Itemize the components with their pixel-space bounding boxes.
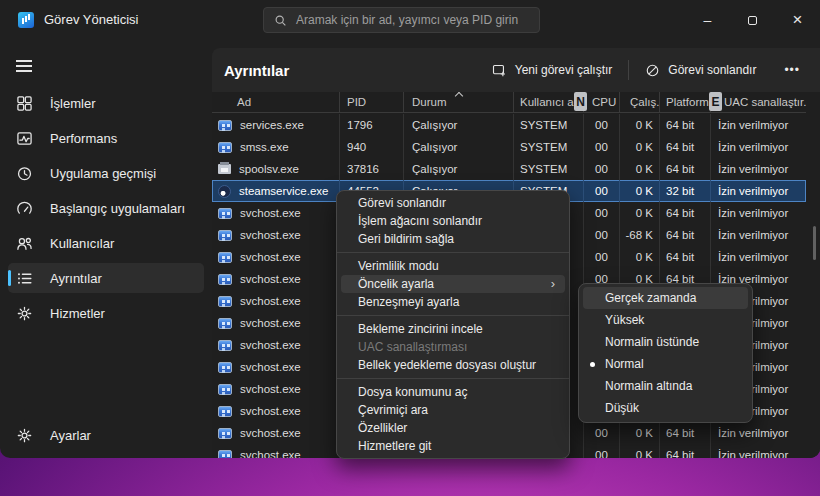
window-app-icon [218, 296, 232, 307]
sidebar-item-label: Ayrıntılar [50, 271, 102, 286]
menu-item-label: Görevi sonlandır [358, 196, 446, 210]
cell-memory: 0 K [620, 180, 660, 202]
sidebar-item-ba-lang-uygulamalar-[interactable]: Başlangıç uygulamaları [8, 193, 204, 223]
sidebar-item-ayr-nt-lar[interactable]: Ayrıntılar [8, 263, 204, 293]
close-button[interactable]: × [775, 0, 820, 40]
process-name: svchost.exe [240, 356, 301, 378]
window-app-icon [218, 120, 232, 131]
minimize-icon: – [704, 12, 712, 28]
window-app-icon [218, 318, 232, 329]
maximize-button[interactable] [730, 0, 775, 40]
column-header-0[interactable]: Ad [212, 92, 340, 112]
menu-item-bellek-yedekleme-dosyas-olu-tur[interactable]: Bellek yedekleme dosyası oluştur [337, 356, 569, 374]
sidebar-item-uygulama-ge-mi-i[interactable]: Uygulama geçmişi [8, 158, 204, 188]
cell-cpu: 00 [584, 246, 620, 268]
menu-toggle-button[interactable] [8, 52, 40, 80]
table-row[interactable]: spoolsv.exe37816ÇalışıyorSYSTEM000 K64 b… [212, 158, 806, 180]
vertical-scrollbar[interactable] [813, 226, 816, 260]
window-app-icon [218, 406, 232, 417]
cell-uac: İzin verilmiyor [711, 180, 806, 202]
desktop-wallpaper: Görev Yöneticisi Aramak için bir ad, yay… [0, 0, 820, 496]
menu-item-i-lem-a-ac-n-sonland-r[interactable]: İşlem ağacını sonlandır [337, 212, 569, 230]
cell-pid: 37816 [340, 158, 404, 180]
menu-item-label: Verimlilik modu [358, 259, 439, 273]
sidebar-item-hizmetler[interactable]: Hizmetler [8, 298, 204, 328]
menu-item-ger-ek-zamanda[interactable]: Gerçek zamanda [583, 287, 748, 309]
process-name: services.exe [240, 114, 304, 136]
menu-item--evrimi-i-ara[interactable]: Çevrimiçi ara [337, 401, 569, 419]
menu-item-normalin-st-nde[interactable]: Normalin üstünde [579, 331, 752, 353]
hamburger-icon [16, 60, 32, 72]
cell-memory: 0 K [620, 444, 660, 458]
cell-memory: 0 K [620, 158, 660, 180]
menu-item-label: Bekleme zincirini incele [358, 322, 483, 336]
menu-item-verimlilik-modu[interactable]: Verimlilik modu [337, 257, 569, 275]
menu-item-label: UAC sanallaştırması [358, 340, 467, 354]
menu-item-bekleme-zincirini-incele[interactable]: Bekleme zincirini incele [337, 320, 569, 338]
search-input[interactable]: Aramak için bir ad, yayımcı veya PID gir… [263, 7, 540, 33]
toolbar: Yeni görevi çalıştır Görevi sonlandır ••… [482, 48, 812, 92]
menu-item-normalin-alt-nda[interactable]: Normalin altında [579, 375, 752, 397]
services-icon [16, 305, 33, 322]
table-row[interactable]: smss.exe940ÇalışıyorSYSTEM000 K64 bitİzi… [212, 136, 806, 158]
task-manager-logo-icon [18, 12, 34, 28]
menu-item-label: Normal [605, 357, 644, 371]
menu-item-g-revi-sonland-r[interactable]: Görevi sonlandır [337, 194, 569, 212]
menu-item-label: Düşük [605, 401, 639, 415]
cell-uac: İzin verilmiyor [711, 114, 806, 136]
process-name: svchost.exe [240, 202, 301, 224]
window-title: Görev Yöneticisi [44, 0, 138, 40]
cell-uac: İzin verilmiyor [711, 202, 806, 224]
window-app-icon [218, 384, 232, 395]
cell-memory: 0 K [620, 246, 660, 268]
search-placeholder: Aramak için bir ad, yayımcı veya PID gir… [296, 13, 518, 27]
menu-item-label: Normalin üstünde [605, 335, 699, 349]
cell-user: SYSTEM [514, 158, 584, 180]
menu-item-label: İşlem ağacını sonlandır [358, 214, 482, 228]
process-name: smss.exe [240, 136, 289, 158]
menu-item-d-k[interactable]: Düşük [579, 397, 752, 419]
cell-name: svchost.exe [212, 356, 340, 378]
menu-item-dosya-konumunu-a-[interactable]: Dosya konumunu aç [337, 383, 569, 401]
column-header-6[interactable]: Platform [660, 92, 711, 112]
menu-item-geri-bildirim-sa-la[interactable]: Geri bildirim sağla [337, 230, 569, 248]
sidebar-item-performans[interactable]: Performans [8, 123, 204, 153]
menu-item-label: Öncelik ayarla [358, 277, 434, 291]
more-options-button[interactable]: ••• [772, 57, 812, 83]
menu-separator [337, 252, 569, 253]
cell-memory: -68 K [620, 224, 660, 246]
column-header-1[interactable]: PID [340, 92, 404, 112]
priority-submenu: Gerçek zamandaYüksekNormalin üstündeNorm… [578, 283, 753, 423]
sidebar-item-kullan-c-lar[interactable]: Kullanıcılar [8, 228, 204, 258]
menu-item-hizmetlere-git[interactable]: Hizmetlere git [337, 437, 569, 455]
menu-item-normal[interactable]: Normal [579, 353, 752, 375]
sidebar-item-settings[interactable]: Ayarlar [8, 420, 204, 450]
column-header-4[interactable]: CPU [584, 92, 620, 112]
menu-item--zellikler[interactable]: Özellikler [337, 419, 569, 437]
process-name: svchost.exe [240, 422, 301, 444]
selected-indicator [8, 270, 11, 286]
cell-uac: İzin verilmiyor [711, 158, 806, 180]
cell-user: SYSTEM [514, 114, 584, 136]
cell-platform: 64 bit [660, 224, 711, 246]
cell-uac: İzin verilmiyor [711, 246, 806, 268]
column-header-2[interactable]: Durum [404, 92, 514, 112]
column-header-7[interactable]: UAC sanallaştır... [711, 92, 806, 112]
column-header-5[interactable]: Çalış... [620, 92, 660, 112]
menu-item-label: Özellikler [358, 421, 407, 435]
menu-item-benze-meyi-ayarla[interactable]: Benzeşmeyi ayarla [337, 293, 569, 311]
menu-item-y-ksek[interactable]: Yüksek [579, 309, 752, 331]
run-new-task-button[interactable]: Yeni görevi çalıştır [482, 57, 623, 84]
minimize-button[interactable]: – [685, 0, 730, 40]
sidebar-nav: İşlemlerPerformansUygulama geçmişiBaşlan… [0, 88, 212, 333]
sidebar-item-i-lemler[interactable]: İşlemler [8, 88, 204, 118]
close-icon: × [793, 10, 803, 30]
menu-item-label: Benzeşmeyi ayarla [358, 295, 459, 309]
cell-platform: 64 bit [660, 246, 711, 268]
cell-platform: 64 bit [660, 202, 711, 224]
menu-item--ncelik-ayarla[interactable]: Öncelik ayarla› [341, 275, 565, 293]
hint-badge-n: N [574, 92, 587, 111]
table-row[interactable]: services.exe1796ÇalışıyorSYSTEM000 K64 b… [212, 114, 806, 136]
end-task-button[interactable]: Görevi sonlandır [635, 57, 766, 84]
cell-status: Çalışıyor [404, 136, 514, 158]
